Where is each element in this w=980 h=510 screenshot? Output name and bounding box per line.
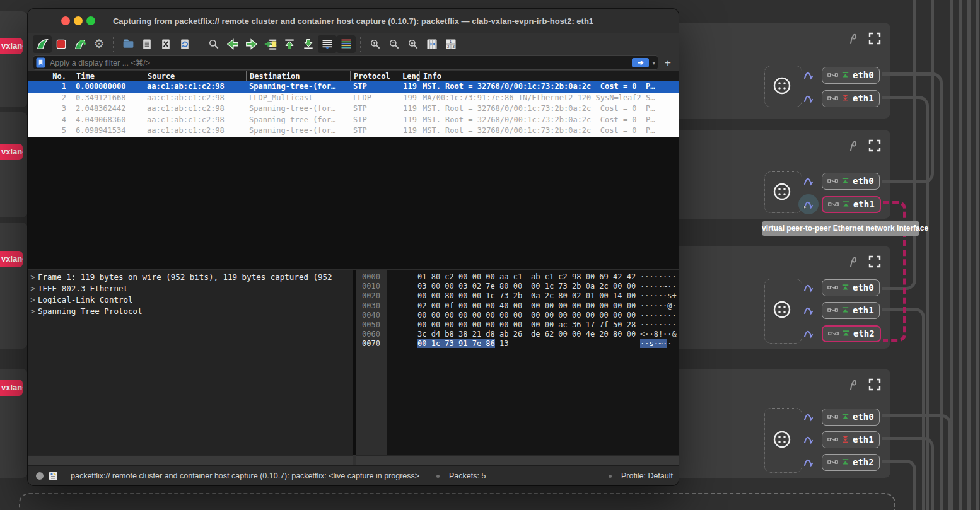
column-header-no[interactable]: No. (28, 71, 73, 81)
packet-list-header[interactable]: No. Time Source Destination Protocol Len… (28, 71, 679, 81)
node-icon[interactable] (772, 182, 792, 202)
restart-capture-fin-icon[interactable] (71, 35, 90, 53)
add-filter-button[interactable]: + (662, 57, 674, 69)
packet-row[interactable]: 44.049068360aa:c1:ab:c1:c2:98Spanning-tr… (28, 115, 679, 126)
node-icon[interactable] (772, 299, 792, 320)
traffic-wave-icon[interactable] (803, 457, 816, 467)
interface-button-eth1[interactable]: eth1 (822, 90, 880, 107)
expert-info-icon[interactable] (49, 471, 58, 481)
open-file-folder-icon[interactable] (119, 35, 137, 53)
expand-chevron[interactable]: > (28, 306, 38, 317)
node-icon[interactable] (772, 429, 792, 449)
go-back-icon[interactable] (223, 35, 242, 53)
traffic-wave-icon[interactable] (803, 328, 816, 339)
traffic-wave-icon[interactable] (803, 305, 816, 315)
column-header-info[interactable]: Info (419, 71, 679, 81)
traffic-wave-icon[interactable] (803, 282, 816, 293)
traffic-wave-icon[interactable] (803, 70, 816, 80)
filter-bookmark-icon[interactable] (36, 57, 45, 68)
hex-row[interactable]: 002000 00 80 00 00 1c 73 2b0a 2c 80 02 0… (356, 291, 679, 301)
detail-row-stp[interactable]: >Spanning Tree Protocol (28, 306, 353, 317)
hex-hscrollbar[interactable] (356, 455, 679, 466)
interface-button-eth2[interactable]: eth2 (822, 454, 880, 471)
capture-icon[interactable] (846, 32, 860, 45)
capture-icon[interactable] (846, 378, 860, 391)
hex-row[interactable]: 003002 00 0f 00 00 00 40 0000 00 00 00 0… (356, 301, 679, 311)
resize-columns-icon[interactable] (423, 35, 441, 53)
packet-row-selected[interactable]: 10.000000000aa:c1:ab:c1:c2:98Spanning-tr… (28, 81, 679, 93)
save-file-icon[interactable] (137, 35, 156, 53)
expand-chevron[interactable]: > (28, 294, 38, 306)
zoom-window-button[interactable] (86, 16, 95, 25)
interface-button-eth1[interactable]: eth1 (822, 302, 880, 319)
column-header-protocol[interactable]: Protocol (350, 71, 399, 81)
status-separator-dot (436, 475, 440, 478)
capture-status-icon[interactable] (35, 472, 44, 480)
profile-status[interactable]: Profile: Default (621, 466, 673, 485)
display-filter-field[interactable]: ➔ ▾ (33, 55, 658, 70)
auto-scroll-icon[interactable] (318, 35, 337, 53)
details-hscrollbar[interactable] (28, 455, 353, 466)
hex-dump-pane[interactable]: 000001 80 c2 00 00 00 aa c1ab c1 c2 98 0… (356, 270, 679, 455)
packet-row[interactable]: 56.098941534aa:c1:ab:c1:c2:98Spanning-tr… (28, 125, 679, 137)
window-titlebar[interactable]: Capturing from packetflix:// remote clus… (28, 9, 679, 33)
go-first-packet-icon[interactable] (280, 35, 299, 53)
column-header-time[interactable]: Time (73, 71, 144, 81)
display-filter-input[interactable] (49, 58, 629, 68)
interface-button-eth1[interactable]: eth1 (822, 431, 880, 448)
hex-row[interactable]: 00603c d4 b8 38 21 d8 ab 26de 62 00 00 4… (356, 330, 679, 339)
hex-row[interactable]: 005000 00 00 00 00 00 00 0000 00 ac 36 1… (356, 320, 679, 330)
close-file-icon[interactable] (156, 35, 175, 53)
column-header-destination[interactable]: Destination (246, 71, 350, 81)
hex-row[interactable]: 001003 00 00 03 02 7e 80 0000 1c 73 2b 0… (356, 282, 679, 291)
node-icon[interactable] (772, 76, 792, 96)
traffic-wave-icon[interactable] (803, 434, 816, 444)
apply-filter-button[interactable]: ➔ (632, 58, 649, 67)
interface-button-eth0[interactable]: eth0 (822, 279, 880, 296)
go-to-packet-icon[interactable] (261, 35, 280, 53)
expand-icon[interactable] (868, 378, 882, 391)
capture-icon[interactable] (846, 139, 860, 153)
start-capture-fin-icon[interactable] (33, 35, 52, 53)
expand-icon[interactable] (868, 32, 882, 45)
expand-chevron[interactable]: > (28, 272, 38, 283)
packet-row[interactable]: 20.349121668aa:c1:ab:c1:c2:98LLDP_Multic… (28, 93, 679, 104)
filter-dropdown-caret[interactable]: ▾ (652, 60, 655, 66)
find-packet-icon[interactable] (204, 35, 223, 53)
go-last-packet-icon[interactable] (299, 35, 318, 53)
reload-file-icon[interactable] (175, 35, 194, 53)
expand-icon[interactable] (868, 255, 882, 269)
minimize-window-button[interactable] (74, 16, 83, 25)
capture-options-gear-icon[interactable]: ⚙ (90, 35, 108, 53)
hex-row-selected[interactable]: 007000 1c 73 91 7e 86 13··s·~·· (356, 339, 679, 349)
layout-chooser-icon[interactable]: 123 (441, 35, 460, 53)
traffic-wave-icon[interactable] (803, 199, 816, 209)
detail-row-llc[interactable]: >Logical-Link Control (28, 294, 353, 306)
stop-capture-icon[interactable] (52, 35, 71, 53)
zoom-in-icon[interactable] (366, 35, 385, 53)
packet-row[interactable]: 32.048362442aa:c1:ab:c1:c2:98Spanning-tr… (28, 103, 679, 115)
detail-row-frame[interactable]: >Frame 1: 119 bytes on wire (952 bits), … (28, 272, 353, 283)
detail-row-ethernet[interactable]: >IEEE 802.3 Ethernet (28, 283, 353, 294)
traffic-wave-icon[interactable] (803, 176, 816, 186)
hex-row[interactable]: 000001 80 c2 00 00 00 aa c1ab c1 c2 98 0… (356, 272, 679, 282)
colorize-icon[interactable] (337, 35, 356, 53)
interface-button-eth2-selected[interactable]: eth2 (822, 325, 881, 342)
expand-chevron[interactable]: > (28, 283, 38, 294)
close-window-button[interactable] (61, 16, 70, 25)
interface-row: eth1 (803, 301, 880, 319)
column-header-source[interactable]: Source (144, 71, 246, 81)
go-forward-icon[interactable] (242, 35, 261, 53)
interface-button-eth0[interactable]: eth0 (822, 173, 880, 190)
hex-row[interactable]: 004000 00 00 00 00 00 00 0000 00 00 00 0… (356, 311, 679, 320)
traffic-wave-icon[interactable] (803, 412, 816, 422)
interface-button-eth0[interactable]: eth0 (822, 67, 880, 84)
zoom-100-icon[interactable] (404, 35, 423, 53)
traffic-wave-icon[interactable] (803, 93, 816, 103)
zoom-out-icon[interactable] (385, 35, 404, 53)
capture-icon[interactable] (846, 255, 860, 269)
interface-button-eth0[interactable]: eth0 (822, 409, 880, 426)
expand-icon[interactable] (868, 139, 882, 153)
interface-button-eth1-selected[interactable]: eth1 (822, 196, 881, 213)
column-header-length[interactable]: Length (399, 71, 419, 81)
